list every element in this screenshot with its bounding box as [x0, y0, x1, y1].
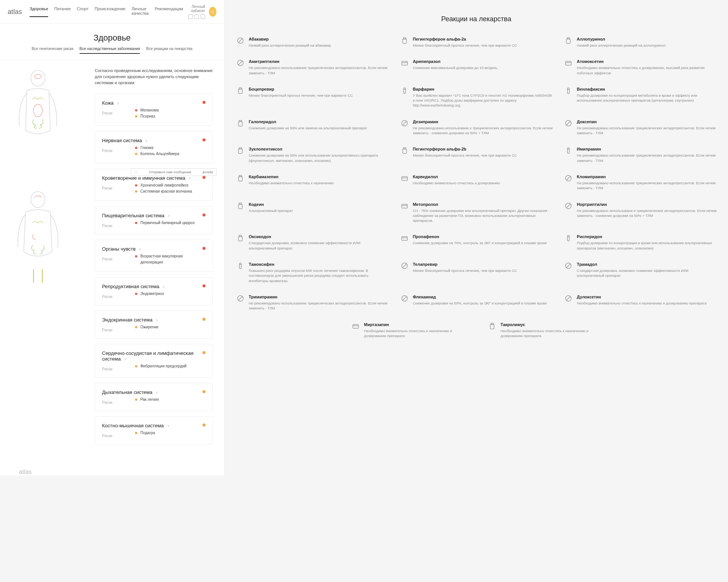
- drug-bottle-icon: [564, 37, 573, 46]
- drug-bottle-icon: [236, 147, 245, 156]
- drug-item[interactable]: ВенлафаксинПодбор дозировки по концентра…: [564, 87, 717, 108]
- subtab[interactable]: Все генетические риски: [31, 47, 73, 54]
- risk-item[interactable]: Первичный билиарный цирроз: [135, 220, 195, 226]
- drug-item[interactable]: МиртазапинНеобходимо внимательно отнести…: [351, 322, 465, 339]
- risk-item[interactable]: Меланома: [135, 107, 159, 113]
- nav-item[interactable]: Рекомендации: [155, 6, 183, 17]
- drug-name: Пегинтерферон альфа-2a: [413, 37, 517, 41]
- risk-item[interactable]: Болезнь Альцгеймера: [135, 151, 179, 157]
- drug-item[interactable]: ФлекаинидСнижение дозировки на 50%, конт…: [400, 295, 553, 311]
- risks-label: Риски: [102, 400, 112, 405]
- risk-item[interactable]: Рак легких: [135, 397, 159, 403]
- drug-desc: Снижение дозировки на 50% или использова…: [249, 153, 389, 163]
- drug-item[interactable]: НортриптилинНе рекомендовано использован…: [564, 202, 717, 223]
- subtab[interactable]: Все реакции на лекарства: [146, 47, 192, 54]
- svg-rect-48: [238, 237, 242, 241]
- drug-item[interactable]: МетопрололСН - 75% снижение дозировки ил…: [400, 202, 553, 223]
- drug-name: Карведилол: [413, 174, 500, 179]
- icon-box-3[interactable]: [201, 14, 205, 19]
- risk-item[interactable]: Эндометриоз: [135, 291, 164, 297]
- drug-item[interactable]: АбакавирНизкий риск аллергических реакци…: [236, 37, 389, 48]
- status-dot: [202, 390, 206, 393]
- chat-widget[interactable]: ☐ Отправьте нам сообщение jivosite: [131, 168, 217, 176]
- body-diagram-1: [11, 68, 72, 168]
- nav-item[interactable]: Происхождение: [95, 6, 126, 17]
- drug-item[interactable]: ТрамадолСтандартная дозировка, возможно …: [564, 262, 717, 283]
- drug-item[interactable]: ПропафенонСнижение дозировки на 70%, кон…: [400, 234, 553, 251]
- drug-item[interactable]: ТакролимусНеобходимо внимательно отнести…: [488, 322, 601, 339]
- drug-name: Карбамазепин: [249, 174, 334, 179]
- svg-line-40: [566, 176, 570, 180]
- drug-pill-icon: [236, 37, 245, 46]
- drug-desc: Менее благоприятный прогноз лечения, чем…: [249, 93, 353, 98]
- system-title[interactable]: Сердечно-сосудистая и лимфатическая сист…: [102, 350, 206, 362]
- drug-item[interactable]: КарбамазепинНеобходимо внимательно отнес…: [236, 174, 389, 191]
- drug-item[interactable]: КарведилолНеобходимо внимательно отнести…: [400, 174, 553, 191]
- drug-item[interactable]: Пегинтерферон альфа-2aМенее благоприятны…: [400, 37, 553, 48]
- drug-item[interactable]: ИмипраминНе рекомендовано использование …: [564, 147, 717, 163]
- account-label[interactable]: Личный кабинет: [183, 5, 205, 13]
- footer-logo[interactable]: atlas: [19, 469, 224, 475]
- drug-item[interactable]: АтомоксетинНеобходимо внимательно отнест…: [564, 59, 717, 75]
- risk-item[interactable]: Фибрилляция предсердий: [135, 363, 187, 369]
- drug-desc: Необходимо внимательно отнестись к дозир…: [413, 180, 500, 185]
- drug-name: Галоперидол: [249, 119, 367, 124]
- system-title[interactable]: Органы чувств ›: [102, 246, 206, 252]
- right-title: Реакции на лекарства: [236, 15, 717, 23]
- drug-item[interactable]: ВарфаринУ Вас выявлен вариант *1/*1 гена…: [400, 87, 553, 108]
- drug-desc: Не рекомендовано использование трициклич…: [249, 65, 389, 75]
- nav-item[interactable]: Спорт: [77, 6, 89, 17]
- drug-item[interactable]: АрипипразолСнижение максимальной дозиров…: [400, 59, 553, 75]
- drug-item[interactable]: ДоксепинНе рекомендовано использование т…: [564, 119, 717, 136]
- drug-item[interactable]: ОксикодонСтандартная дозировка, возможно…: [236, 234, 389, 251]
- drug-bottle-icon: [236, 174, 245, 184]
- drug-item[interactable]: ДезипраминНе рекомендовано использовани …: [400, 119, 553, 136]
- system-title[interactable]: Нервная система ›: [102, 138, 206, 143]
- drug-item[interactable]: ГалоперидолСнижение дозировки на 50% или…: [236, 119, 389, 136]
- system-card: Репродуктивная система ›РискиЭндометриоз: [95, 277, 213, 305]
- icon-box-2[interactable]: [195, 14, 199, 19]
- system-card: Эндокринная система ›РискиОжирение: [95, 311, 213, 339]
- drug-desc: Необходимо внимательно отнестись к дозир…: [577, 65, 717, 75]
- risk-item[interactable]: Системная красная волчанка: [135, 188, 192, 195]
- risk-item[interactable]: Глиома: [135, 145, 179, 151]
- drug-name: Абакавир: [249, 37, 332, 41]
- system-title[interactable]: Эндокринная система ›: [102, 317, 206, 323]
- drug-item[interactable]: ТелапревирМенее благоприятный прогноз ле…: [400, 262, 553, 283]
- svg-rect-33: [568, 148, 570, 154]
- drug-bottle-icon: [236, 202, 245, 211]
- avatar[interactable]: ☺: [209, 7, 217, 17]
- drug-item[interactable]: ТамоксифенПовышен риск рецидива опухоли …: [236, 262, 389, 283]
- system-title[interactable]: Костно-мышечная система ›: [102, 423, 206, 428]
- risk-item[interactable]: Псориаз: [135, 113, 159, 119]
- subtab[interactable]: Все наследственные заболевания: [80, 47, 140, 54]
- drug-item[interactable]: ТримипраминНе рекомендовано использовани…: [236, 295, 389, 311]
- risk-item[interactable]: Хронический лимфолейкоз: [135, 182, 192, 188]
- system-title[interactable]: Пищеварительная система ›: [102, 213, 206, 218]
- system-title[interactable]: Репродуктивная система ›: [102, 284, 206, 289]
- svg-rect-30: [238, 149, 242, 154]
- system-title[interactable]: Дыхательная система ›: [102, 389, 206, 395]
- risk-item[interactable]: Подагра: [135, 430, 155, 436]
- system-title[interactable]: Кроветворение и иммунная система ›: [102, 175, 206, 181]
- drug-item[interactable]: БоцепревирМенее благоприятный прогноз ле…: [236, 87, 389, 108]
- drug-item[interactable]: Пегинтерферон альфа-2bМенее благоприятны…: [400, 147, 553, 163]
- drug-name: Такролимус: [500, 322, 601, 327]
- drug-item[interactable]: КодеинАльтернативный препарат: [236, 202, 389, 223]
- drug-item[interactable]: РисперидонПодбор дозировки по концентрац…: [564, 234, 717, 251]
- nav-item[interactable]: Здоровье: [30, 6, 48, 17]
- risk-list: Хронический лимфолейкозСистемная красная…: [135, 182, 192, 195]
- system-title[interactable]: Кожа ›: [102, 100, 206, 106]
- logo[interactable]: atlas: [8, 8, 22, 16]
- drug-item[interactable]: АллопуринолНизкий риск аллергических реа…: [564, 37, 717, 48]
- nav-item[interactable]: Питание: [54, 6, 71, 17]
- drug-item[interactable]: КломипраминНе рекомендовано использовани…: [564, 174, 717, 191]
- risk-item[interactable]: Ожирение: [135, 324, 158, 330]
- risk-item[interactable]: Возрастная макулярная дегенерация: [135, 253, 206, 265]
- drug-item[interactable]: АмитриптилинНе рекомендовано использован…: [236, 59, 389, 75]
- drug-bottle-icon: [488, 322, 497, 331]
- drug-item[interactable]: ЗуклопентиксолСнижение дозировки на 50% …: [236, 147, 389, 163]
- nav-item[interactable]: Личные качества: [132, 6, 149, 17]
- drug-item[interactable]: ДулоксетинНеобходимо внимательно отнести…: [564, 295, 717, 311]
- icon-box-1[interactable]: [188, 14, 193, 19]
